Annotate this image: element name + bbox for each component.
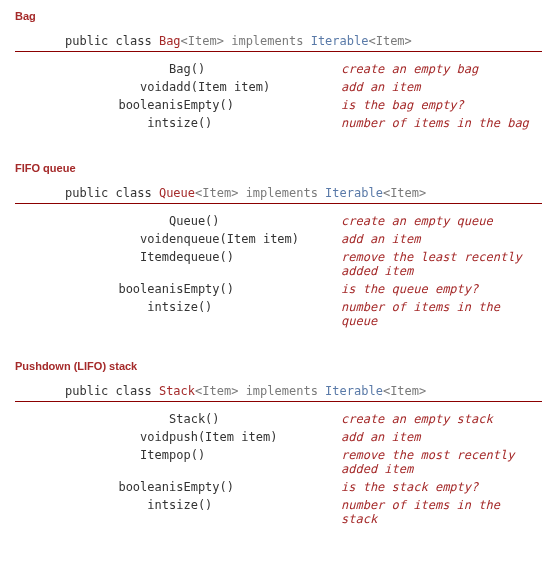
method-description: create an empty stack — [341, 410, 542, 428]
interface-name: Iterable — [311, 34, 369, 48]
method-description: remove the least recently added item — [341, 248, 542, 280]
api-row: Item pop() remove the most recently adde… — [65, 446, 542, 478]
return-type: void — [65, 230, 169, 248]
method-signature: isEmpty() — [169, 478, 341, 496]
section-title: Pushdown (LIFO) stack — [15, 360, 542, 372]
implements-keyword: implements — [224, 34, 311, 48]
return-type — [65, 212, 169, 230]
method-signature: size() — [169, 298, 341, 330]
class-generic: <Item> — [181, 34, 224, 48]
return-type: int — [65, 298, 169, 330]
method-description: is the queue empty? — [341, 280, 542, 298]
class-name: Stack — [159, 384, 195, 398]
method-description: add an item — [341, 230, 542, 248]
api-row: Queue() create an empty queue — [65, 212, 542, 230]
interface-generic: <Item> — [383, 384, 426, 398]
api-section-stack: Pushdown (LIFO) stack public class Stack… — [15, 360, 542, 528]
api-row: void add(Item item) add an item — [65, 78, 529, 96]
api-section-queue: FIFO queue public class Queue<Item> impl… — [15, 162, 542, 330]
method-signature: Queue() — [169, 212, 341, 230]
method-description: number of items in the stack — [341, 496, 542, 528]
api-row: Item dequeue() remove the least recently… — [65, 248, 542, 280]
class-prefix: public class — [65, 34, 159, 48]
api-row: boolean isEmpty() is the stack empty? — [65, 478, 542, 496]
return-type — [65, 410, 169, 428]
return-type: int — [65, 496, 169, 528]
api-row: boolean isEmpty() is the queue empty? — [65, 280, 542, 298]
method-signature: pop() — [169, 446, 341, 478]
return-type: boolean — [65, 478, 169, 496]
method-signature: add(Item item) — [169, 78, 341, 96]
api-row: int size() number of items in the stack — [65, 496, 542, 528]
interface-generic: <Item> — [368, 34, 411, 48]
method-description: add an item — [341, 78, 529, 96]
class-declaration: public class Bag<Item> implements Iterab… — [15, 34, 542, 52]
method-signature: size() — [169, 114, 341, 132]
method-signature: isEmpty() — [169, 280, 341, 298]
api-row: void enqueue(Item item) add an item — [65, 230, 542, 248]
return-type: Item — [65, 446, 169, 478]
section-title: Bag — [15, 10, 542, 22]
interface-name: Iterable — [325, 384, 383, 398]
return-type: int — [65, 114, 169, 132]
method-signature: size() — [169, 496, 341, 528]
class-prefix: public class — [65, 384, 159, 398]
method-description: is the stack empty? — [341, 478, 542, 496]
interface-generic: <Item> — [383, 186, 426, 200]
interface-name: Iterable — [325, 186, 383, 200]
method-signature: isEmpty() — [169, 96, 341, 114]
class-prefix: public class — [65, 186, 159, 200]
method-signature: Bag() — [169, 60, 341, 78]
method-description: create an empty bag — [341, 60, 529, 78]
api-table: Bag() create an empty bag void add(Item … — [65, 60, 529, 132]
return-type: void — [65, 78, 169, 96]
method-description: add an item — [341, 428, 542, 446]
method-description: number of items in the bag — [341, 114, 529, 132]
return-type: Item — [65, 248, 169, 280]
class-name: Queue — [159, 186, 195, 200]
class-declaration: public class Queue<Item> implements Iter… — [15, 186, 542, 204]
method-description: remove the most recently added item — [341, 446, 542, 478]
class-name: Bag — [159, 34, 181, 48]
api-row: boolean isEmpty() is the bag empty? — [65, 96, 529, 114]
api-table: Stack() create an empty stack void push(… — [65, 410, 542, 528]
return-type: void — [65, 428, 169, 446]
method-signature: dequeue() — [169, 248, 341, 280]
api-row: Stack() create an empty stack — [65, 410, 542, 428]
api-section-bag: Bag public class Bag<Item> implements It… — [15, 10, 542, 132]
method-signature: Stack() — [169, 410, 341, 428]
api-row: void push(Item item) add an item — [65, 428, 542, 446]
return-type: boolean — [65, 280, 169, 298]
method-signature: enqueue(Item item) — [169, 230, 341, 248]
method-description: is the bag empty? — [341, 96, 529, 114]
section-title: FIFO queue — [15, 162, 542, 174]
implements-keyword: implements — [238, 186, 325, 200]
method-description: number of items in the queue — [341, 298, 542, 330]
method-signature: push(Item item) — [169, 428, 341, 446]
return-type — [65, 60, 169, 78]
implements-keyword: implements — [238, 384, 325, 398]
class-declaration: public class Stack<Item> implements Iter… — [15, 384, 542, 402]
api-table: Queue() create an empty queue void enque… — [65, 212, 542, 330]
api-row: Bag() create an empty bag — [65, 60, 529, 78]
method-description: create an empty queue — [341, 212, 542, 230]
api-row: int size() number of items in the queue — [65, 298, 542, 330]
class-generic: <Item> — [195, 384, 238, 398]
api-row: int size() number of items in the bag — [65, 114, 529, 132]
class-generic: <Item> — [195, 186, 238, 200]
return-type: boolean — [65, 96, 169, 114]
